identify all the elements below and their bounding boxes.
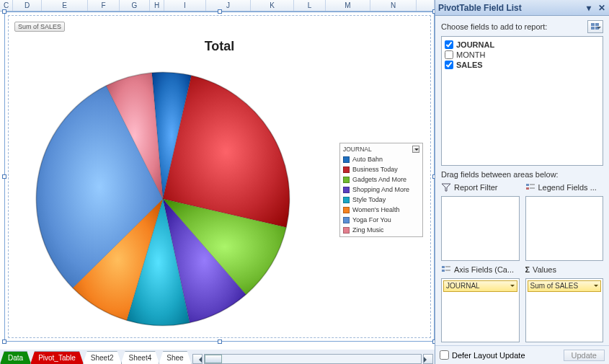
pivottable-field-list-pane: PivotTable Field List ▾ ✕ Choose fields … <box>435 0 609 364</box>
resize-handle[interactable] <box>2 174 6 179</box>
legend-item[interactable]: Shopping And More <box>342 185 420 195</box>
legend-swatch <box>343 167 350 173</box>
resize-handle[interactable] <box>2 9 6 14</box>
column-header[interactable]: L <box>294 0 326 11</box>
column-header[interactable]: J <box>206 0 251 11</box>
column-header[interactable]: G <box>120 0 150 11</box>
defer-layout-checkbox[interactable]: Defer Layout Update <box>440 350 525 360</box>
sheet-tab[interactable]: Pivot_Table <box>30 351 84 364</box>
area-header-legend: Legend Fields ... <box>525 182 604 193</box>
scroll-left-button[interactable] <box>192 354 203 364</box>
legend-swatch <box>343 187 350 193</box>
choose-fields-label: Choose fields to add to report: <box>441 22 547 31</box>
drop-area-report-filter[interactable] <box>441 196 520 261</box>
legend-swatch <box>343 156 350 163</box>
legend-item[interactable]: Business Today <box>342 164 420 174</box>
column-header[interactable]: N <box>370 0 417 11</box>
drop-area-legend[interactable] <box>525 196 604 261</box>
chart-title[interactable]: Total <box>9 39 430 54</box>
field-checkbox[interactable] <box>445 40 453 49</box>
value-field-button[interactable]: Sum of SALES <box>14 22 65 32</box>
resize-handle[interactable] <box>218 339 222 344</box>
svg-rect-1 <box>591 23 595 26</box>
axis-icon <box>441 265 451 274</box>
legend-text: Style Today <box>352 196 386 203</box>
scroll-right-button[interactable] <box>423 354 433 364</box>
legend-icon <box>525 183 535 192</box>
legend-swatch <box>343 197 350 203</box>
svg-rect-2 <box>595 23 599 26</box>
horizontal-scrollbar[interactable] <box>191 354 435 364</box>
legend-item[interactable]: Style Today <box>342 195 420 205</box>
sheet-tab[interactable]: Sheet2 <box>83 351 122 364</box>
legend-item[interactable]: Gadgets And More <box>342 174 420 185</box>
field-list-item[interactable]: MONTH <box>445 50 600 60</box>
dropdown-icon[interactable]: ▾ <box>584 4 593 12</box>
column-header[interactable]: F <box>88 0 120 11</box>
legend-item[interactable]: Zing Music <box>342 225 420 235</box>
field-checkbox[interactable] <box>445 61 453 69</box>
field-chip-sum-of-sales[interactable]: Sum of SALES <box>528 280 602 292</box>
legend-item[interactable]: Yoga For You <box>342 215 420 225</box>
drop-area-values[interactable]: Sum of SALES <box>525 278 604 343</box>
field-chip-journal[interactable]: JOURNAL <box>443 280 517 292</box>
legend-field-button[interactable]: JOURNAL <box>342 145 420 154</box>
legend-swatch <box>343 207 350 213</box>
field-name: JOURNAL <box>456 40 494 49</box>
layout-options-button[interactable] <box>587 20 603 33</box>
area-header-axis: Axis Fields (Ca... <box>441 264 520 275</box>
column-header[interactable]: I <box>164 0 206 11</box>
legend-swatch <box>343 227 350 234</box>
chart-plot-area[interactable]: Sum of SALES Total JOURNAL Auto BahnBusi… <box>8 15 431 338</box>
chevron-down-icon[interactable] <box>412 146 419 153</box>
field-checkbox[interactable] <box>445 50 453 59</box>
legend-text: Shopping And More <box>352 186 409 193</box>
area-label: Axis Fields (Ca... <box>454 265 514 274</box>
legend-item[interactable]: Auto Bahn <box>342 154 420 164</box>
field-chip-label: Sum of SALES <box>530 282 579 290</box>
defer-layout-input[interactable] <box>440 350 449 360</box>
svg-rect-10 <box>442 270 445 272</box>
column-header[interactable]: M <box>326 0 370 11</box>
drop-area-axis[interactable]: JOURNAL <box>441 278 520 343</box>
legend-text: Women's Health <box>352 206 400 213</box>
sheet-tab[interactable]: Sheet4 <box>121 351 160 364</box>
update-button[interactable]: Update <box>564 350 605 361</box>
column-header[interactable]: E <box>42 0 88 11</box>
column-header[interactable]: H <box>150 0 164 11</box>
field-name: SALES <box>456 61 483 69</box>
pivot-chart-object[interactable]: Sum of SALES Total JOURNAL Auto BahnBusi… <box>4 12 435 342</box>
legend-field-label: JOURNAL <box>343 146 372 153</box>
legend-item[interactable]: Women's Health <box>342 205 420 215</box>
svg-rect-6 <box>526 187 529 190</box>
legend-text: Auto Bahn <box>352 156 383 163</box>
scroll-thumb[interactable] <box>205 355 222 363</box>
field-list-item[interactable]: JOURNAL <box>445 40 600 50</box>
resize-handle[interactable] <box>2 339 6 344</box>
scroll-track[interactable] <box>204 354 422 364</box>
chart-legend[interactable]: JOURNAL Auto BahnBusiness TodayGadgets A… <box>339 143 423 237</box>
chevron-down-icon[interactable] <box>594 285 598 289</box>
column-header[interactable]: D <box>13 0 42 11</box>
svg-rect-3 <box>591 27 595 30</box>
defer-layout-label: Defer Layout Update <box>452 351 525 360</box>
legend-swatch <box>343 217 350 223</box>
area-header-values: Σ Values <box>525 264 604 275</box>
sheet-tab[interactable]: Shee <box>159 351 191 364</box>
field-list[interactable]: JOURNALMONTHSALES <box>441 36 603 166</box>
legend-text: Yoga For You <box>352 216 391 223</box>
resize-handle[interactable] <box>218 9 222 14</box>
area-label: Values <box>533 265 556 274</box>
svg-rect-9 <box>442 266 445 268</box>
field-list-item[interactable]: SALES <box>445 60 600 70</box>
sheet-tab[interactable]: Data <box>0 351 31 364</box>
sheet-tab-bar: DataPivot_TableSheet2Sheet4Shee <box>0 350 435 364</box>
close-icon[interactable]: ✕ <box>597 4 606 12</box>
legend-text: Zing Music <box>352 226 384 234</box>
pane-titlebar[interactable]: PivotTable Field List ▾ ✕ <box>435 0 609 16</box>
svg-rect-4 <box>595 27 599 30</box>
pie-chart[interactable] <box>26 62 300 336</box>
column-header[interactable]: K <box>251 0 294 11</box>
chevron-down-icon[interactable] <box>510 285 515 289</box>
svg-rect-5 <box>526 184 529 186</box>
